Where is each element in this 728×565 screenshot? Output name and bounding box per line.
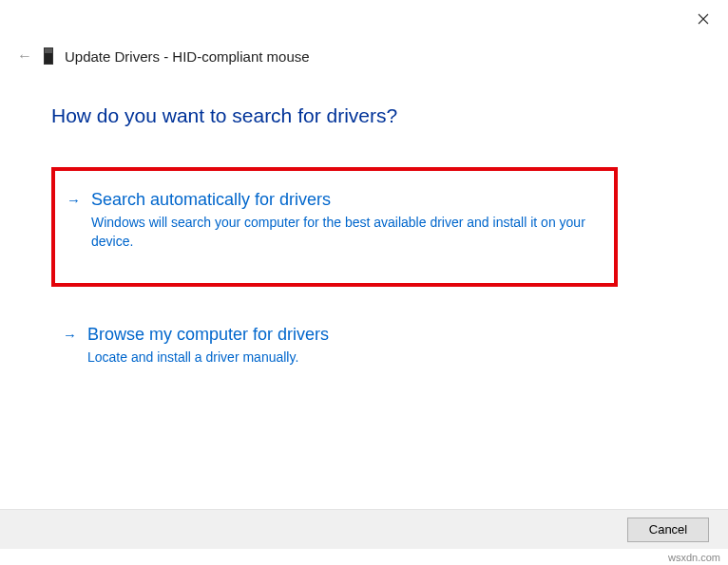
option-desc: Windows will search your computer for th… <box>91 214 595 251</box>
window-title: Update Drivers - HID-compliant mouse <box>65 48 310 65</box>
option-text: Browse my computer for drivers Locate an… <box>87 325 599 367</box>
page-heading: How do you want to search for drivers? <box>51 104 728 127</box>
arrow-right-icon: → <box>67 190 82 211</box>
option-browse-computer[interactable]: → Browse my computer for drivers Locate … <box>51 308 618 385</box>
watermark: wsxdn.com <box>668 552 720 563</box>
option-title: Search automatically for drivers <box>91 190 595 210</box>
option-search-automatically[interactable]: → Search automatically for drivers Windo… <box>51 167 618 287</box>
options-list: → Search automatically for drivers Windo… <box>51 167 728 385</box>
footer: Cancel <box>0 509 728 549</box>
option-title: Browse my computer for drivers <box>87 325 599 345</box>
option-desc: Locate and install a driver manually. <box>87 348 599 367</box>
arrow-right-icon: → <box>63 325 78 346</box>
header-row: ← Update Drivers - HID-compliant mouse <box>0 38 728 65</box>
back-arrow-icon[interactable]: ← <box>17 47 32 65</box>
device-icon <box>44 47 53 65</box>
option-text: Search automatically for drivers Windows… <box>91 190 595 251</box>
titlebar <box>0 0 728 38</box>
cancel-button[interactable]: Cancel <box>627 518 709 542</box>
close-icon[interactable] <box>690 8 717 30</box>
